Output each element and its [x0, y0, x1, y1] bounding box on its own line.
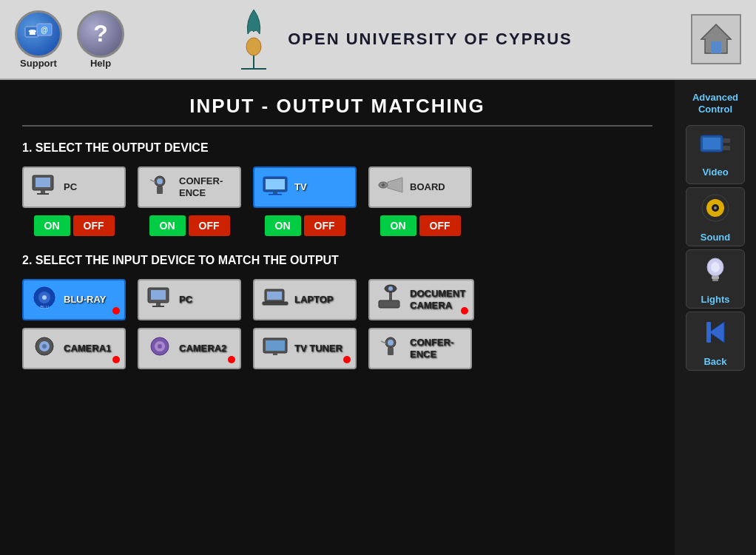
input-camera1-button[interactable]: CAMERA1	[22, 328, 126, 369]
svg-rect-31	[152, 306, 164, 307]
pc-input-icon	[146, 286, 173, 314]
conference-on-button[interactable]: ON	[149, 215, 186, 236]
input-bluray-button[interactable]: BLU BLU-RAY	[22, 279, 126, 320]
sidebar-back-button[interactable]: Back	[686, 312, 745, 371]
header-center: OPEN UNIVERSITY OF CYPRUS	[124, 6, 682, 73]
svg-marker-64	[709, 322, 724, 343]
camera2-red-dot	[228, 356, 235, 363]
output-pc-button[interactable]: PC	[22, 166, 126, 208]
camera1-icon	[31, 335, 58, 363]
sidebar-sound-button[interactable]: Sound	[686, 187, 745, 246]
camera1-label: CAMERA1	[64, 343, 111, 354]
bluray-icon: BLU	[31, 284, 58, 316]
header-left: ☎ @ Support ? Help	[15, 10, 124, 69]
section1-label: 1. SELECT THE OUTPUT DEVICE	[22, 141, 652, 155]
help-button[interactable]: ? Help	[77, 10, 124, 69]
sidebar-lights-button[interactable]: Lights	[686, 249, 745, 309]
input-laptop-button[interactable]: LAPTOP	[253, 279, 357, 320]
pc-toggle-group: ON OFF	[22, 215, 126, 236]
svg-text:☎: ☎	[28, 29, 36, 36]
svg-rect-35	[379, 300, 399, 308]
svg-rect-47	[273, 353, 277, 355]
board-output-label: BOARD	[410, 181, 445, 193]
bluray-red-dot	[112, 307, 120, 314]
svg-rect-11	[41, 190, 45, 193]
svg-rect-8	[711, 41, 721, 53]
lights-sidebar-icon	[699, 254, 732, 292]
svg-rect-12	[37, 193, 49, 195]
help-icon: ?	[77, 10, 124, 58]
tv-output-label: TV	[294, 181, 307, 193]
content: INPUT - OUTPUT MATCHING 1. SELECT THE OU…	[0, 80, 675, 555]
input-tvtuner-button[interactable]: TV TUNER	[253, 328, 357, 369]
page-title: INPUT - OUTPUT MATCHING	[22, 95, 652, 118]
svg-point-14	[157, 178, 163, 184]
board-off-button[interactable]: OFF	[419, 215, 461, 236]
svg-rect-46	[266, 340, 285, 351]
board-on-button[interactable]: ON	[380, 215, 416, 236]
camera2-icon	[146, 335, 173, 363]
svg-rect-18	[266, 179, 285, 189]
svg-point-23	[382, 184, 385, 186]
camera1-red-dot	[112, 356, 120, 363]
lights-sidebar-label: Lights	[701, 294, 730, 305]
main: INPUT - OUTPUT MATCHING 1. SELECT THE OU…	[0, 80, 756, 555]
input-device-row2: CAMERA1 CAMERA2	[22, 328, 652, 369]
input-pc-button[interactable]: PC	[138, 279, 241, 320]
input-doccam-button[interactable]: DOCUMENT CAMERA	[368, 279, 474, 320]
home-button[interactable]	[691, 14, 741, 64]
svg-point-26	[42, 295, 47, 300]
back-sidebar-label: Back	[703, 356, 726, 367]
svg-rect-55	[723, 146, 730, 150]
tvtuner-red-dot	[343, 356, 351, 363]
sound-sidebar-icon	[699, 192, 732, 230]
sidebar-video-button[interactable]: Video	[686, 125, 745, 184]
pc-on-button[interactable]: ON	[34, 215, 70, 236]
svg-text:@: @	[41, 26, 48, 34]
bluray-label: BLU-RAY	[64, 294, 106, 306]
output-conference-button[interactable]: CONFER- ENCE	[138, 166, 241, 208]
sound-sidebar-label: Sound	[701, 232, 730, 243]
conference-input-icon	[377, 335, 404, 363]
support-icon: ☎ @	[15, 10, 62, 58]
svg-rect-65	[706, 322, 711, 343]
svg-point-44	[158, 344, 162, 349]
tv-on-button[interactable]: ON	[265, 215, 301, 236]
svg-point-41	[42, 344, 47, 349]
pc-output-label: PC	[64, 181, 77, 193]
doccam-red-dot	[461, 307, 468, 314]
pc-output-icon	[31, 174, 58, 201]
title-divider	[22, 125, 652, 127]
conference-output-label: CONFER- ENCE	[179, 175, 223, 198]
svg-point-63	[711, 262, 720, 272]
pc-off-button[interactable]: OFF	[73, 215, 115, 236]
tv-off-button[interactable]: OFF	[304, 215, 345, 236]
svg-rect-34	[263, 302, 288, 305]
conference-output-icon	[146, 174, 173, 201]
header: ☎ @ Support ? Help OPEN UNIVERSITY OF CY…	[0, 0, 756, 80]
sidebar: Advanced Control Video	[675, 80, 756, 555]
tvtuner-label: TV TUNER	[294, 343, 342, 354]
pc-input-label: PC	[179, 294, 192, 306]
video-sidebar-icon	[699, 132, 732, 165]
header-right	[682, 14, 741, 64]
svg-rect-62	[712, 279, 718, 281]
svg-rect-50	[388, 348, 394, 355]
svg-rect-61	[712, 276, 719, 279]
back-sidebar-icon	[699, 316, 732, 354]
svg-point-4	[246, 38, 261, 56]
advanced-control-label: Advanced Control	[688, 87, 743, 119]
camera2-label: CAMERA2	[179, 343, 226, 354]
output-tv-button[interactable]: TV	[253, 166, 357, 208]
university-name: OPEN UNIVERSITY OF CYPRUS	[288, 30, 573, 49]
output-board-button[interactable]: BOARD	[368, 166, 472, 208]
tvtuner-icon	[262, 335, 288, 363]
support-button[interactable]: ☎ @ Support	[15, 10, 62, 69]
conference-off-button[interactable]: OFF	[189, 215, 230, 236]
help-label: Help	[90, 58, 111, 69]
input-camera2-button[interactable]: CAMERA2	[138, 328, 241, 369]
university-logo	[234, 6, 274, 73]
svg-text:BLU: BLU	[40, 305, 49, 309]
svg-rect-53	[703, 138, 720, 149]
input-conference-button[interactable]: CONFER- ENCE	[368, 328, 472, 369]
